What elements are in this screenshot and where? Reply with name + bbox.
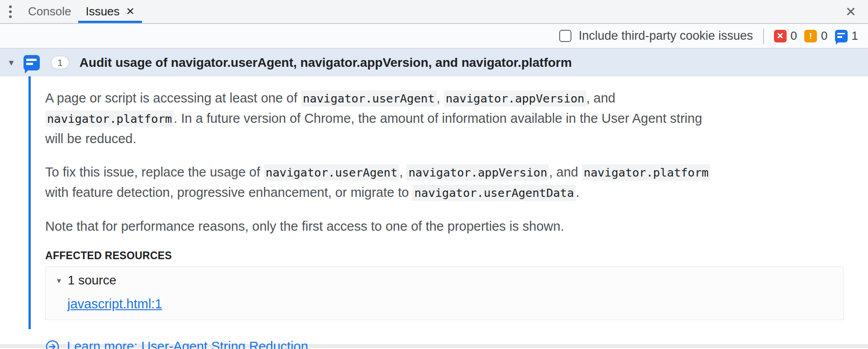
inline-code: navigator.platform (45, 111, 174, 127)
inline-code: navigator.appVersion (444, 90, 586, 107)
error-counter: ✕ 0 (774, 29, 797, 43)
warning-count: 0 (821, 29, 827, 43)
issue-header-row[interactable]: ▼ 1 Audit usage of navigator.userAgent, … (0, 49, 868, 76)
tab-issues-label: Issues (85, 5, 119, 19)
error-icon: ✕ (774, 30, 787, 42)
inline-code: navigator.userAgent (264, 164, 400, 181)
inline-code: navigator.userAgentData (412, 185, 576, 201)
error-count: 0 (791, 29, 797, 43)
tab-console-label: Console (28, 5, 71, 19)
issue-left-accent-bar (28, 76, 31, 329)
issue-body: A page or script is accessing at least o… (0, 76, 868, 344)
warning-counter: ! 0 (804, 29, 827, 43)
affected-resources-box: ▼ 1 source javascript.html:1 (45, 266, 844, 320)
inline-code: navigator.appVersion (406, 164, 549, 181)
issue-expand-triangle-icon[interactable]: ▼ (7, 59, 15, 67)
tab-close-icon[interactable]: ✕ (126, 5, 135, 18)
learn-more-row: Learn more: User-Agent String Reduction (45, 339, 850, 349)
sources-toggle-label: 1 source (68, 273, 116, 288)
tab-console[interactable]: Console (21, 0, 78, 23)
issue-kind-message-icon (24, 55, 40, 70)
source-link[interactable]: javascript.html:1 (67, 297, 162, 312)
kebab-menu-icon[interactable] (0, 0, 21, 23)
third-party-cookie-checkbox-label: Include third-party cookie issues (579, 29, 753, 43)
tab-issues[interactable]: Issues ✕ (78, 0, 142, 23)
sources-toggle[interactable]: ▼ 1 source (56, 273, 843, 288)
message-count: 1 (852, 29, 858, 43)
drawer-tabbar: Console Issues ✕ ✕ (0, 0, 868, 24)
issue-paragraph: Note that for performance reasons, only … (45, 216, 714, 236)
issue-count-badge: 1 (51, 56, 70, 70)
issue-description: A page or script is accessing at least o… (0, 76, 868, 349)
third-party-cookie-checkbox[interactable] (559, 30, 571, 42)
issue-paragraph: A page or script is accessing at least o… (45, 88, 714, 149)
toolbar-divider (763, 28, 764, 44)
message-counter: 1 (835, 29, 858, 43)
drawer-close-icon[interactable]: ✕ (843, 4, 859, 19)
warning-icon: ! (804, 30, 817, 42)
issue-title: Audit usage of navigator.userAgent, navi… (80, 56, 572, 70)
message-bubble-icon (835, 30, 848, 42)
inline-code: navigator.userAgent (301, 90, 437, 107)
issue-paragraph: To fix this issue, replace the usage of … (45, 162, 714, 203)
devtools-drawer: Console Issues ✕ ✕ Include third-party c… (0, 0, 868, 348)
learn-more-link[interactable]: Learn more: User-Agent String Reduction (67, 339, 308, 349)
inline-code: navigator.platform (582, 164, 710, 181)
open-external-arrow-icon (45, 340, 60, 349)
third-party-cookie-checkbox-row[interactable]: Include third-party cookie issues (559, 29, 753, 43)
issues-toolbar: Include third-party cookie issues ✕ 0 ! … (0, 24, 868, 49)
affected-resources-heading: AFFECTED RESOURCES (45, 250, 850, 262)
sources-expand-triangle-icon[interactable]: ▼ (56, 277, 62, 284)
